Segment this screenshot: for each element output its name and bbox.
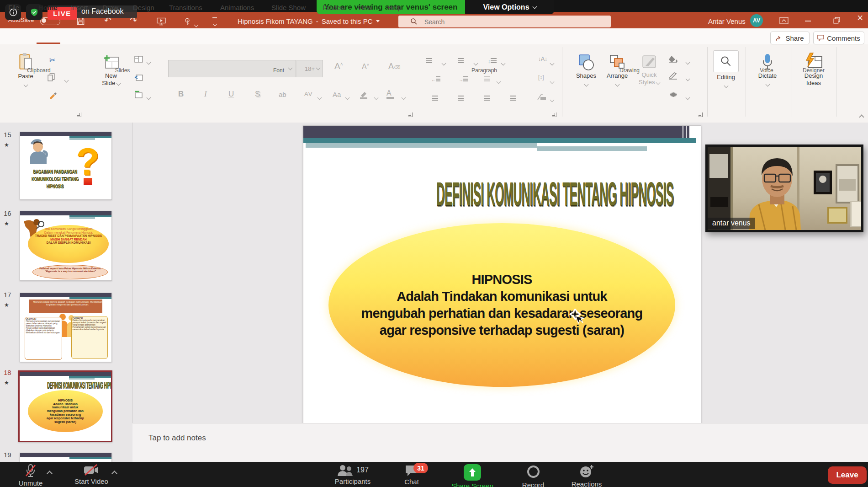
increase-indent-button[interactable]: →: [459, 75, 468, 83]
search-input[interactable]: [423, 17, 599, 27]
shape-outline-dropdown-icon[interactable]: [686, 74, 689, 82]
align-text-dropdown-icon[interactable]: [550, 77, 554, 85]
shape-outline-button[interactable]: [668, 72, 679, 82]
touch-mode-button[interactable]: [184, 17, 192, 27]
ribbon-display-options-button[interactable]: [779, 17, 789, 27]
tab-design[interactable]: Design: [133, 4, 154, 11]
font-size-dropdown-icon[interactable]: [316, 66, 321, 70]
view-options-button[interactable]: View Options: [465, 0, 554, 14]
account-name[interactable]: Antar Venus: [708, 17, 746, 25]
document-title[interactable]: Hipnosis Fikom TAYANG - Saved to this PC: [238, 17, 380, 25]
sort-dropdown-icon[interactable]: [550, 59, 554, 67]
paragraph-dialog-launcher[interactable]: [552, 112, 556, 117]
share-screen-button[interactable]: Share Screen: [445, 464, 500, 487]
decrease-indent-button[interactable]: ←: [431, 75, 440, 83]
line-spacing-dropdown-icon[interactable]: [502, 59, 505, 67]
editing-dropdown-icon[interactable]: [724, 84, 728, 88]
numbering-button[interactable]: [458, 57, 464, 65]
slide-body-ellipse[interactable]: HIPNOSIS Adalah Tindakan komunikasi untu…: [328, 223, 675, 387]
copy-dropdown-icon[interactable]: [65, 75, 68, 84]
align-right-button[interactable]: [484, 94, 490, 102]
align-left-button[interactable]: [432, 94, 438, 102]
format-painter-button[interactable]: [48, 91, 58, 102]
quick-styles-button[interactable]: Quick Styles: [636, 54, 662, 86]
tab-file[interactable]: File: [8, 4, 19, 11]
customize-qat-button[interactable]: [212, 17, 217, 27]
start-video-button[interactable]: Start Video: [69, 464, 113, 485]
slide-layout-button[interactable]: [134, 56, 143, 64]
save-state-dropdown-icon[interactable]: [376, 20, 380, 22]
arrange-dropdown-icon[interactable]: [615, 82, 619, 87]
editing-button[interactable]: Editing: [713, 50, 739, 89]
columns-dropdown-icon[interactable]: [497, 77, 500, 85]
clipboard-dialog-launcher[interactable]: [77, 112, 81, 117]
columns-button[interactable]: [484, 75, 490, 83]
bullets-button[interactable]: [426, 57, 432, 65]
webcam-video-tile[interactable]: antar venus: [705, 144, 863, 232]
participants-button[interactable]: 197 Participants: [325, 464, 380, 485]
video-options-chevron[interactable]: [112, 469, 116, 477]
slide-thumbnail-15[interactable]: ? BAGAIMAN PANDANGAN KOMUNIKOLOGI TENTAN…: [20, 132, 112, 200]
highlight-dropdown-icon[interactable]: [375, 93, 378, 101]
justify-button[interactable]: [510, 94, 516, 102]
drawing-dialog-launcher[interactable]: [698, 112, 703, 117]
shapes-button[interactable]: Shapes: [574, 54, 598, 88]
font-size-combo[interactable]: 18+: [296, 60, 323, 77]
font-dialog-launcher[interactable]: [408, 112, 413, 117]
slide-title-text[interactable]: DEFINISI KOMUNIKASI TENTANG HIPNOSIS: [436, 175, 568, 213]
slide-thumbnail-17[interactable]: Hipnosis pada intinya adalah kegiatan ko…: [20, 293, 112, 362]
avatar[interactable]: AV: [750, 14, 763, 27]
slide-thumbnail-16[interactable]: Ilmu Komunikasi Sangat ketinggalan Dalam…: [20, 211, 112, 281]
highlight-button[interactable]: [359, 90, 369, 101]
comments-button[interactable]: Comments: [813, 32, 864, 44]
tab-home[interactable]: Home: [38, 4, 58, 11]
paste-dropdown-icon[interactable]: [23, 83, 28, 87]
grow-font-button[interactable]: A˄: [334, 61, 343, 71]
tab-slide-show[interactable]: Slide Show: [271, 4, 306, 11]
share-button[interactable]: Share: [770, 32, 810, 44]
shape-fill-dropdown-icon[interactable]: [686, 58, 689, 66]
font-color-button[interactable]: A: [386, 89, 394, 99]
tab-draw[interactable]: Draw: [102, 4, 118, 11]
copy-button[interactable]: [48, 73, 55, 83]
new-slide-dropdown-icon[interactable]: [116, 81, 121, 86]
section-dropdown-icon[interactable]: [147, 93, 150, 101]
shape-effects-dropdown-icon[interactable]: [686, 93, 689, 101]
restore-button[interactable]: [833, 17, 840, 26]
clear-formatting-button[interactable]: A⌫: [388, 62, 400, 71]
start-slideshow-button[interactable]: [157, 17, 166, 27]
tab-review[interactable]: Review: [323, 4, 345, 11]
align-center-button[interactable]: [458, 94, 464, 102]
character-spacing-dropdown-icon[interactable]: [318, 93, 321, 101]
shapes-dropdown-icon[interactable]: [584, 82, 588, 87]
save-button[interactable]: [76, 17, 85, 27]
slide-thumbnail-18-selected[interactable]: DEFINISI KOMUNIKASI TENTANG HIPNOSIS HIP…: [18, 370, 112, 442]
shape-fill-button[interactable]: [668, 55, 679, 65]
collapse-ribbon-button[interactable]: [860, 112, 863, 121]
line-spacing-button[interactable]: ↕: [488, 57, 497, 65]
quick-styles-dropdown-icon[interactable]: [656, 80, 661, 85]
tab-animations[interactable]: Animations: [220, 4, 254, 11]
notes-pane[interactable]: Tap to add notes: [132, 423, 868, 462]
section-button[interactable]: [134, 91, 143, 100]
italic-button[interactable]: I: [204, 90, 207, 99]
font-color-dropdown-icon[interactable]: [402, 93, 405, 101]
slide-thumbnail-19[interactable]: [20, 453, 112, 463]
bold-button[interactable]: B: [178, 90, 184, 99]
dictate-dropdown-icon[interactable]: [765, 82, 770, 87]
change-case-dropdown-icon[interactable]: [346, 93, 349, 101]
strikethrough-button[interactable]: ab: [279, 91, 286, 98]
notes-placeholder[interactable]: Tap to add notes: [148, 433, 206, 443]
underline-button[interactable]: U: [228, 90, 234, 99]
shape-effects-button[interactable]: [668, 91, 679, 101]
layout-dropdown-icon[interactable]: [147, 58, 150, 66]
tab-help[interactable]: Help: [387, 4, 402, 11]
cut-button[interactable]: ✂: [49, 56, 55, 64]
reactions-button[interactable]: Reactions: [563, 464, 610, 487]
tab-insert[interactable]: Insert: [71, 4, 88, 11]
shrink-font-button[interactable]: A˅: [362, 63, 369, 71]
minimize-button[interactable]: [805, 21, 811, 21]
audio-options-chevron[interactable]: [48, 469, 52, 477]
close-button[interactable]: ×: [857, 13, 863, 23]
unmute-button[interactable]: Unmute: [10, 464, 51, 487]
